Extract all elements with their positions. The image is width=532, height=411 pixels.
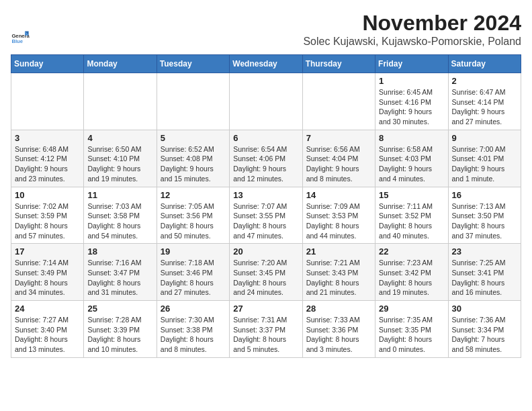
- day-info: Sunrise: 7:05 AMSunset: 3:56 PMDaylight:…: [161, 201, 226, 241]
- weekday-header-tuesday: Tuesday: [157, 55, 229, 73]
- weekday-header-saturday: Saturday: [448, 55, 521, 73]
- calendar-cell: 21Sunrise: 7:21 AMSunset: 3:43 PMDayligh…: [302, 244, 375, 301]
- calendar-cell: [230, 73, 302, 130]
- day-number: 9: [452, 133, 517, 143]
- day-number: 28: [306, 304, 371, 314]
- day-info: Sunrise: 7:36 AMSunset: 3:34 PMDaylight:…: [452, 315, 517, 355]
- logo-icon: General Blue: [11, 29, 30, 48]
- day-number: 11: [87, 190, 152, 200]
- day-number: 23: [452, 246, 517, 257]
- day-info: Sunrise: 7:31 AMSunset: 3:37 PMDaylight:…: [233, 315, 298, 355]
- day-number: 19: [161, 246, 226, 257]
- day-info: Sunrise: 7:20 AMSunset: 3:45 PMDaylight:…: [233, 258, 298, 298]
- calendar-cell: 13Sunrise: 7:07 AMSunset: 3:55 PMDayligh…: [230, 187, 302, 244]
- calendar-cell: 29Sunrise: 7:35 AMSunset: 3:35 PMDayligh…: [375, 301, 448, 358]
- day-info: Sunrise: 7:35 AMSunset: 3:35 PMDaylight:…: [379, 315, 444, 355]
- calendar-cell: 1Sunrise: 6:45 AMSunset: 4:16 PMDaylight…: [375, 73, 448, 130]
- day-info: Sunrise: 7:02 AMSunset: 3:59 PMDaylight:…: [15, 201, 80, 241]
- day-info: Sunrise: 7:30 AMSunset: 3:38 PMDaylight:…: [161, 315, 226, 355]
- calendar-cell: 2Sunrise: 6:47 AMSunset: 4:14 PMDaylight…: [448, 73, 521, 130]
- calendar-cell: 30Sunrise: 7:36 AMSunset: 3:34 PMDayligh…: [448, 301, 521, 358]
- calendar-cell: 9Sunrise: 7:00 AMSunset: 4:01 PMDaylight…: [448, 130, 521, 187]
- calendar-cell: 3Sunrise: 6:48 AMSunset: 4:12 PMDaylight…: [11, 130, 84, 187]
- calendar-cell: 20Sunrise: 7:20 AMSunset: 3:45 PMDayligh…: [230, 244, 302, 301]
- calendar-cell: 7Sunrise: 6:56 AMSunset: 4:04 PMDaylight…: [302, 130, 375, 187]
- day-number: 25: [87, 304, 152, 314]
- day-number: 18: [87, 246, 152, 257]
- day-number: 5: [161, 133, 226, 143]
- day-info: Sunrise: 7:09 AMSunset: 3:53 PMDaylight:…: [306, 201, 371, 241]
- calendar-cell: 24Sunrise: 7:27 AMSunset: 3:40 PMDayligh…: [11, 301, 84, 358]
- calendar-cell: 17Sunrise: 7:14 AMSunset: 3:49 PMDayligh…: [11, 244, 84, 301]
- calendar-week-3: 10Sunrise: 7:02 AMSunset: 3:59 PMDayligh…: [11, 187, 521, 244]
- calendar-cell: 11Sunrise: 7:03 AMSunset: 3:58 PMDayligh…: [84, 187, 157, 244]
- day-number: 21: [306, 246, 371, 257]
- calendar-cell: 28Sunrise: 7:33 AMSunset: 3:36 PMDayligh…: [302, 301, 375, 358]
- calendar-cell: 4Sunrise: 6:50 AMSunset: 4:10 PMDaylight…: [84, 130, 157, 187]
- weekday-header-row: SundayMondayTuesdayWednesdayThursdayFrid…: [11, 55, 521, 73]
- calendar-cell: 16Sunrise: 7:13 AMSunset: 3:50 PMDayligh…: [448, 187, 521, 244]
- calendar-cell: 26Sunrise: 7:30 AMSunset: 3:38 PMDayligh…: [157, 301, 229, 358]
- calendar-cell: [302, 73, 375, 130]
- day-info: Sunrise: 7:16 AMSunset: 3:47 PMDaylight:…: [87, 258, 152, 298]
- calendar-cell: 27Sunrise: 7:31 AMSunset: 3:37 PMDayligh…: [230, 301, 302, 358]
- day-info: Sunrise: 7:03 AMSunset: 3:58 PMDaylight:…: [87, 201, 152, 241]
- day-info: Sunrise: 7:25 AMSunset: 3:41 PMDaylight:…: [452, 258, 517, 298]
- calendar-cell: 18Sunrise: 7:16 AMSunset: 3:47 PMDayligh…: [84, 244, 157, 301]
- day-info: Sunrise: 6:45 AMSunset: 4:16 PMDaylight:…: [379, 87, 444, 127]
- day-number: 8: [379, 133, 444, 143]
- day-info: Sunrise: 6:58 AMSunset: 4:03 PMDaylight:…: [379, 144, 444, 184]
- calendar-week-5: 24Sunrise: 7:27 AMSunset: 3:40 PMDayligh…: [11, 301, 521, 358]
- weekday-header-friday: Friday: [375, 55, 448, 73]
- day-info: Sunrise: 6:50 AMSunset: 4:10 PMDaylight:…: [87, 144, 152, 184]
- day-number: 2: [452, 76, 517, 86]
- day-info: Sunrise: 6:54 AMSunset: 4:06 PMDaylight:…: [233, 144, 298, 184]
- day-info: Sunrise: 7:18 AMSunset: 3:46 PMDaylight:…: [161, 258, 226, 298]
- day-info: Sunrise: 7:23 AMSunset: 3:42 PMDaylight:…: [379, 258, 444, 298]
- calendar-week-1: 1Sunrise: 6:45 AMSunset: 4:16 PMDaylight…: [11, 73, 521, 130]
- day-info: Sunrise: 6:56 AMSunset: 4:04 PMDaylight:…: [306, 144, 371, 184]
- day-number: 7: [306, 133, 371, 143]
- weekday-header-wednesday: Wednesday: [230, 55, 302, 73]
- weekday-header-thursday: Thursday: [302, 55, 375, 73]
- day-number: 12: [161, 190, 226, 200]
- calendar-cell: 12Sunrise: 7:05 AMSunset: 3:56 PMDayligh…: [157, 187, 229, 244]
- location-title: Solec Kujawski, Kujawsko-Pomorskie, Pola…: [303, 36, 521, 48]
- day-number: 30: [452, 304, 517, 314]
- day-number: 29: [379, 304, 444, 314]
- calendar-week-2: 3Sunrise: 6:48 AMSunset: 4:12 PMDaylight…: [11, 130, 521, 187]
- day-number: 6: [233, 133, 298, 143]
- day-number: 22: [379, 246, 444, 257]
- day-info: Sunrise: 7:07 AMSunset: 3:55 PMDaylight:…: [233, 201, 298, 241]
- calendar-cell: 15Sunrise: 7:11 AMSunset: 3:52 PMDayligh…: [375, 187, 448, 244]
- calendar-cell: [11, 73, 84, 130]
- day-number: 16: [452, 190, 517, 200]
- calendar-cell: [157, 73, 229, 130]
- day-info: Sunrise: 7:11 AMSunset: 3:52 PMDaylight:…: [379, 201, 444, 241]
- calendar-cell: 14Sunrise: 7:09 AMSunset: 3:53 PMDayligh…: [302, 187, 375, 244]
- day-info: Sunrise: 6:52 AMSunset: 4:08 PMDaylight:…: [161, 144, 226, 184]
- day-number: 27: [233, 304, 298, 314]
- calendar-cell: 6Sunrise: 6:54 AMSunset: 4:06 PMDaylight…: [230, 130, 302, 187]
- day-info: Sunrise: 7:28 AMSunset: 3:39 PMDaylight:…: [87, 315, 152, 355]
- title-section: November 2024 Solec Kujawski, Kujawsko-P…: [303, 11, 521, 48]
- weekday-header-sunday: Sunday: [11, 55, 84, 73]
- calendar-table: SundayMondayTuesdayWednesdayThursdayFrid…: [11, 54, 521, 358]
- day-number: 24: [15, 304, 80, 314]
- calendar-cell: [84, 73, 157, 130]
- day-info: Sunrise: 6:47 AMSunset: 4:14 PMDaylight:…: [452, 87, 517, 127]
- month-title: November 2024: [303, 11, 521, 36]
- calendar-cell: 25Sunrise: 7:28 AMSunset: 3:39 PMDayligh…: [84, 301, 157, 358]
- day-number: 3: [15, 133, 80, 143]
- day-number: 17: [15, 246, 80, 257]
- day-number: 4: [87, 133, 152, 143]
- day-info: Sunrise: 7:27 AMSunset: 3:40 PMDaylight:…: [15, 315, 80, 355]
- calendar-cell: 5Sunrise: 6:52 AMSunset: 4:08 PMDaylight…: [157, 130, 229, 187]
- day-number: 15: [379, 190, 444, 200]
- logo: General Blue: [11, 29, 32, 48]
- calendar-cell: 23Sunrise: 7:25 AMSunset: 3:41 PMDayligh…: [448, 244, 521, 301]
- calendar-cell: 22Sunrise: 7:23 AMSunset: 3:42 PMDayligh…: [375, 244, 448, 301]
- svg-text:Blue: Blue: [11, 38, 23, 44]
- day-number: 20: [233, 246, 298, 257]
- calendar-cell: 19Sunrise: 7:18 AMSunset: 3:46 PMDayligh…: [157, 244, 229, 301]
